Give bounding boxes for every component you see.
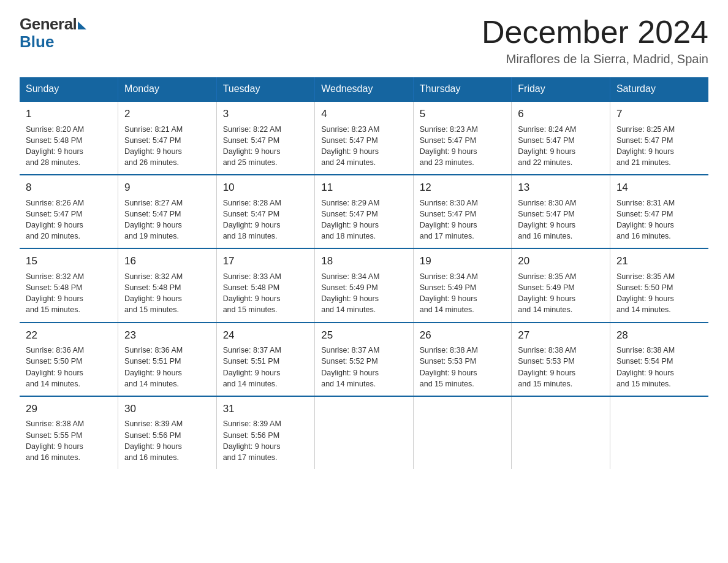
- calendar-cell: 22 Sunrise: 8:36 AMSunset: 5:50 PMDaylig…: [20, 323, 118, 396]
- header-saturday: Saturday: [610, 77, 708, 101]
- calendar-cell: 6 Sunrise: 8:24 AMSunset: 5:47 PMDayligh…: [512, 101, 610, 175]
- day-info: Sunrise: 8:27 AMSunset: 5:47 PMDaylight:…: [124, 197, 210, 242]
- header-wednesday: Wednesday: [315, 77, 414, 101]
- day-number: 1: [26, 107, 112, 122]
- day-number: 6: [518, 107, 604, 122]
- day-number: 26: [420, 328, 506, 343]
- calendar-cell: 17 Sunrise: 8:33 AMSunset: 5:48 PMDaylig…: [216, 248, 315, 322]
- day-number: 10: [223, 180, 309, 196]
- day-info: Sunrise: 8:34 AMSunset: 5:49 PMDaylight:…: [420, 271, 506, 316]
- calendar-cell: 25 Sunrise: 8:37 AMSunset: 5:52 PMDaylig…: [315, 323, 414, 396]
- day-info: Sunrise: 8:25 AMSunset: 5:47 PMDaylight:…: [616, 124, 702, 169]
- day-info: Sunrise: 8:36 AMSunset: 5:51 PMDaylight:…: [124, 345, 210, 389]
- calendar-cell: 9 Sunrise: 8:27 AMSunset: 5:47 PMDayligh…: [118, 175, 217, 248]
- calendar-cell: 16 Sunrise: 8:32 AMSunset: 5:48 PMDaylig…: [118, 248, 217, 322]
- day-info: Sunrise: 8:32 AMSunset: 5:48 PMDaylight:…: [124, 271, 210, 316]
- calendar-header-row: SundayMondayTuesdayWednesdayThursdayFrid…: [20, 77, 708, 101]
- day-info: Sunrise: 8:38 AMSunset: 5:54 PMDaylight:…: [616, 345, 702, 389]
- day-number: 14: [616, 180, 702, 196]
- calendar-cell: 12 Sunrise: 8:30 AMSunset: 5:47 PMDaylig…: [413, 175, 512, 248]
- header-sunday: Sunday: [20, 77, 118, 101]
- logo-blue-text: Blue: [20, 33, 54, 52]
- day-info: Sunrise: 8:24 AMSunset: 5:47 PMDaylight:…: [518, 124, 604, 169]
- calendar-cell: 3 Sunrise: 8:22 AMSunset: 5:47 PMDayligh…: [216, 101, 315, 175]
- location-text: Miraflores de la Sierra, Madrid, Spain: [482, 52, 708, 66]
- calendar-week-row: 15 Sunrise: 8:32 AMSunset: 5:48 PMDaylig…: [20, 248, 708, 322]
- calendar-cell: 11 Sunrise: 8:29 AMSunset: 5:47 PMDaylig…: [315, 175, 414, 248]
- day-number: 28: [616, 328, 702, 343]
- calendar-cell: [512, 396, 610, 469]
- calendar-cell: 18 Sunrise: 8:34 AMSunset: 5:49 PMDaylig…: [315, 248, 414, 322]
- header-thursday: Thursday: [413, 77, 512, 101]
- calendar-cell: 10 Sunrise: 8:28 AMSunset: 5:47 PMDaylig…: [216, 175, 315, 248]
- day-info: Sunrise: 8:30 AMSunset: 5:47 PMDaylight:…: [420, 197, 506, 242]
- header-friday: Friday: [512, 77, 610, 101]
- calendar-cell: [610, 396, 708, 469]
- day-info: Sunrise: 8:36 AMSunset: 5:50 PMDaylight:…: [26, 345, 112, 389]
- day-info: Sunrise: 8:38 AMSunset: 5:53 PMDaylight:…: [518, 345, 604, 389]
- day-number: 31: [223, 402, 309, 417]
- day-info: Sunrise: 8:23 AMSunset: 5:47 PMDaylight:…: [321, 124, 407, 169]
- calendar-cell: [315, 396, 414, 469]
- day-info: Sunrise: 8:38 AMSunset: 5:55 PMDaylight:…: [26, 418, 112, 463]
- day-number: 19: [420, 254, 506, 269]
- day-info: Sunrise: 8:39 AMSunset: 5:56 PMDaylight:…: [223, 418, 309, 463]
- day-number: 5: [420, 107, 506, 122]
- day-info: Sunrise: 8:35 AMSunset: 5:49 PMDaylight:…: [518, 271, 604, 316]
- page-header: General Blue December 2024 Miraflores de…: [20, 15, 708, 66]
- day-number: 23: [124, 328, 210, 343]
- day-info: Sunrise: 8:23 AMSunset: 5:47 PMDaylight:…: [420, 124, 506, 169]
- calendar-cell: 2 Sunrise: 8:21 AMSunset: 5:47 PMDayligh…: [118, 101, 217, 175]
- day-info: Sunrise: 8:33 AMSunset: 5:48 PMDaylight:…: [223, 271, 309, 316]
- day-number: 30: [124, 402, 210, 417]
- day-number: 27: [518, 328, 604, 343]
- day-info: Sunrise: 8:21 AMSunset: 5:47 PMDaylight:…: [124, 124, 210, 169]
- calendar-week-row: 8 Sunrise: 8:26 AMSunset: 5:47 PMDayligh…: [20, 175, 708, 248]
- day-info: Sunrise: 8:35 AMSunset: 5:50 PMDaylight:…: [616, 271, 702, 316]
- calendar-cell: 26 Sunrise: 8:38 AMSunset: 5:53 PMDaylig…: [413, 323, 512, 396]
- calendar-cell: 21 Sunrise: 8:35 AMSunset: 5:50 PMDaylig…: [610, 248, 708, 322]
- calendar-cell: 13 Sunrise: 8:30 AMSunset: 5:47 PMDaylig…: [512, 175, 610, 248]
- calendar-cell: 7 Sunrise: 8:25 AMSunset: 5:47 PMDayligh…: [610, 101, 708, 175]
- calendar-cell: 5 Sunrise: 8:23 AMSunset: 5:47 PMDayligh…: [413, 101, 512, 175]
- calendar-cell: 23 Sunrise: 8:36 AMSunset: 5:51 PMDaylig…: [118, 323, 217, 396]
- day-number: 11: [321, 180, 407, 196]
- calendar-cell: 4 Sunrise: 8:23 AMSunset: 5:47 PMDayligh…: [315, 101, 414, 175]
- calendar-table: SundayMondayTuesdayWednesdayThursdayFrid…: [20, 77, 708, 469]
- day-info: Sunrise: 8:28 AMSunset: 5:47 PMDaylight:…: [223, 197, 309, 242]
- day-number: 22: [26, 328, 112, 343]
- day-info: Sunrise: 8:31 AMSunset: 5:47 PMDaylight:…: [616, 197, 702, 242]
- calendar-cell: 31 Sunrise: 8:39 AMSunset: 5:56 PMDaylig…: [216, 396, 315, 469]
- day-number: 2: [124, 107, 210, 122]
- calendar-cell: 15 Sunrise: 8:32 AMSunset: 5:48 PMDaylig…: [20, 248, 118, 322]
- day-info: Sunrise: 8:22 AMSunset: 5:47 PMDaylight:…: [223, 124, 309, 169]
- logo: General Blue: [20, 15, 86, 52]
- day-info: Sunrise: 8:39 AMSunset: 5:56 PMDaylight:…: [124, 418, 210, 463]
- day-info: Sunrise: 8:20 AMSunset: 5:48 PMDaylight:…: [26, 124, 112, 169]
- day-number: 9: [124, 180, 210, 196]
- day-number: 4: [321, 107, 407, 122]
- day-info: Sunrise: 8:26 AMSunset: 5:47 PMDaylight:…: [26, 197, 112, 242]
- logo-general-text: General: [20, 15, 77, 34]
- calendar-cell: 27 Sunrise: 8:38 AMSunset: 5:53 PMDaylig…: [512, 323, 610, 396]
- day-number: 18: [321, 254, 407, 269]
- logo-arrow-icon: [78, 21, 86, 29]
- day-info: Sunrise: 8:29 AMSunset: 5:47 PMDaylight:…: [321, 197, 407, 242]
- day-info: Sunrise: 8:30 AMSunset: 5:47 PMDaylight:…: [518, 197, 604, 242]
- day-number: 12: [420, 180, 506, 196]
- day-number: 8: [26, 180, 112, 196]
- day-info: Sunrise: 8:34 AMSunset: 5:49 PMDaylight:…: [321, 271, 407, 316]
- day-info: Sunrise: 8:32 AMSunset: 5:48 PMDaylight:…: [26, 271, 112, 316]
- calendar-cell: 14 Sunrise: 8:31 AMSunset: 5:47 PMDaylig…: [610, 175, 708, 248]
- calendar-week-row: 1 Sunrise: 8:20 AMSunset: 5:48 PMDayligh…: [20, 101, 708, 175]
- day-info: Sunrise: 8:38 AMSunset: 5:53 PMDaylight:…: [420, 345, 506, 389]
- title-section: December 2024 Miraflores de la Sierra, M…: [482, 15, 708, 66]
- day-number: 21: [616, 254, 702, 269]
- day-number: 13: [518, 180, 604, 196]
- calendar-week-row: 22 Sunrise: 8:36 AMSunset: 5:50 PMDaylig…: [20, 323, 708, 396]
- day-number: 24: [223, 328, 309, 343]
- calendar-cell: 24 Sunrise: 8:37 AMSunset: 5:51 PMDaylig…: [216, 323, 315, 396]
- header-monday: Monday: [118, 77, 217, 101]
- header-tuesday: Tuesday: [216, 77, 315, 101]
- day-info: Sunrise: 8:37 AMSunset: 5:52 PMDaylight:…: [321, 345, 407, 389]
